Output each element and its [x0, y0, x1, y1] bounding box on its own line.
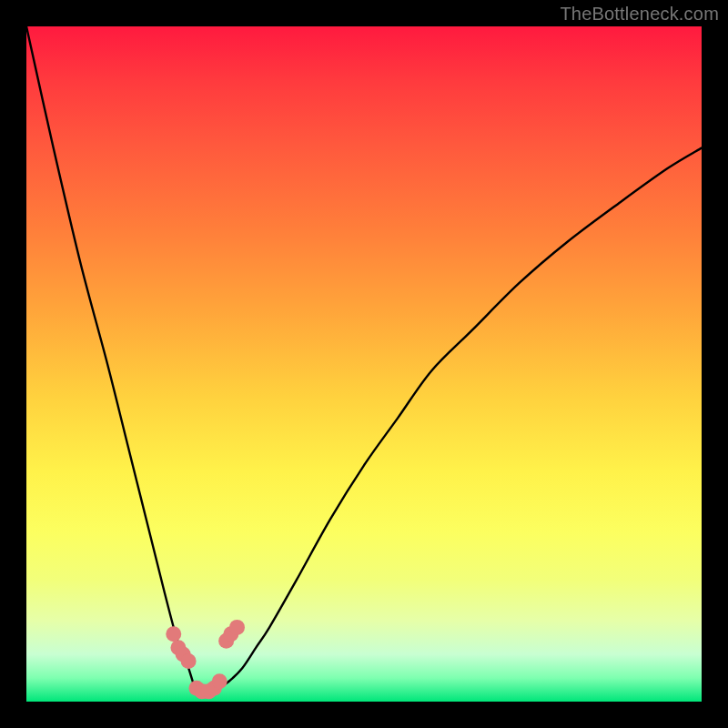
- plot-area: [26, 26, 702, 702]
- marker-dot: [229, 620, 245, 635]
- marker-dot: [181, 653, 197, 669]
- bottom-markers: [166, 620, 245, 699]
- marker-dot: [212, 673, 228, 689]
- marker-dot: [166, 626, 181, 642]
- watermark-text: TheBottleneck.com: [560, 4, 719, 25]
- marker-layer: [26, 26, 702, 702]
- chart-frame: TheBottleneck.com: [0, 0, 728, 728]
